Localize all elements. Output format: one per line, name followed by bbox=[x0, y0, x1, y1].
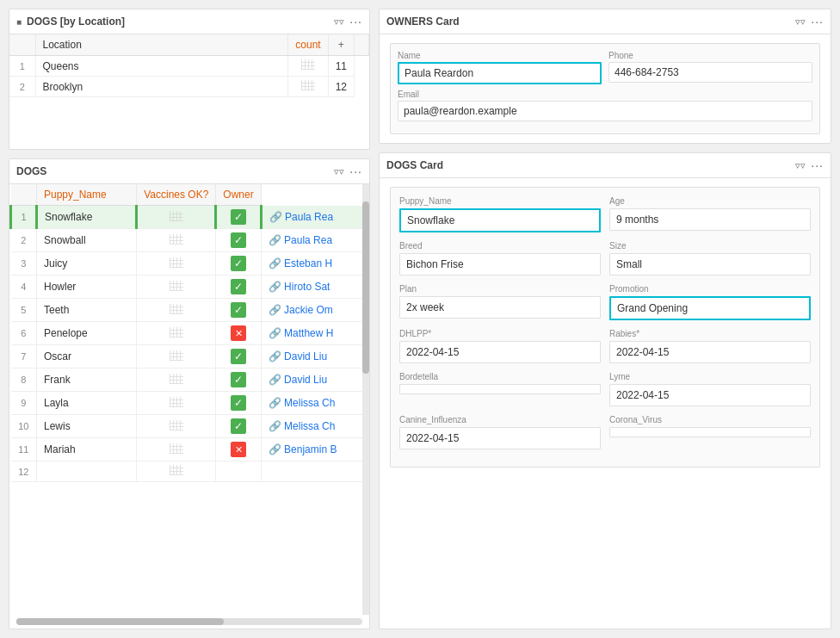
owner-cell: 🔗 Melissa Ch bbox=[261, 415, 368, 438]
grid-icon bbox=[170, 281, 183, 291]
row-num: 12 bbox=[11, 461, 37, 482]
dogs-more-icon[interactable]: ··· bbox=[349, 164, 362, 178]
check-icon: ✓ bbox=[231, 349, 246, 364]
dogs-card-more-icon[interactable]: ··· bbox=[811, 158, 824, 172]
owners-card-body: Name Paula Reardon Phone 446-684-2753 Em… bbox=[380, 34, 831, 143]
grid-icon bbox=[170, 234, 183, 245]
dogs-canine-label: Canine_Influenza bbox=[399, 415, 601, 424]
table-row[interactable]: 7 Oscar ✓ 🔗 David Liu bbox=[11, 345, 369, 369]
dogs-breed-value[interactable]: Bichon Frise bbox=[399, 253, 601, 276]
dogs-rabies-value[interactable]: 2022-04-15 bbox=[609, 341, 811, 363]
grid-icon bbox=[170, 374, 183, 384]
owner-name: Jackie Om bbox=[284, 304, 333, 316]
table-row[interactable]: 10 Lewis ✓ 🔗 Melissa Ch bbox=[11, 415, 369, 438]
owner-cell bbox=[261, 461, 368, 482]
owners-name-value[interactable]: Paula Reardon bbox=[398, 62, 602, 84]
owners-email-label: Email bbox=[398, 90, 812, 99]
owners-email-value[interactable]: paula@reardon.example bbox=[398, 101, 812, 121]
more-icon[interactable]: ··· bbox=[349, 15, 362, 28]
horizontal-scrollbar[interactable] bbox=[16, 618, 362, 625]
dogs-by-location-table: Location count + 1 Queens 11 2 Brooklyn bbox=[9, 34, 369, 97]
owner-cell: 🔗 Hiroto Sat bbox=[261, 276, 368, 299]
row-num: 6 bbox=[11, 322, 37, 345]
vertical-scrollbar[interactable] bbox=[362, 184, 369, 615]
location-cell: Queens bbox=[35, 56, 288, 77]
vaccine-cell: ✓ bbox=[216, 392, 261, 415]
dogs-card-title: DOGS Card bbox=[386, 159, 790, 171]
expand-icon[interactable]: ■ bbox=[16, 17, 22, 27]
dogs-size-field: Size Small bbox=[609, 241, 811, 276]
table-row[interactable]: 4 Howler ✓ 🔗 Hiroto Sat bbox=[11, 276, 369, 299]
puppy-name-cell: Teeth bbox=[37, 299, 137, 322]
table-row[interactable]: 1 Queens 11 bbox=[9, 56, 369, 77]
table-row[interactable]: 5 Teeth ✓ 🔗 Jackie Om bbox=[11, 299, 369, 322]
dogs-puppy-name-value[interactable]: Snowflake bbox=[399, 208, 601, 232]
table-row[interactable]: 11 Mariah ✕ 🔗 Benjamin B bbox=[11, 438, 369, 461]
dogs-by-location-title: DOGS [by Location] bbox=[27, 15, 329, 28]
table-row[interactable]: 6 Penelope ✕ 🔗 Matthew H bbox=[11, 322, 369, 345]
owners-phone-value[interactable]: 446-684-2753 bbox=[608, 62, 812, 83]
owner-name: David Liu bbox=[284, 350, 327, 362]
check-icon: ✓ bbox=[231, 209, 246, 225]
dogs-bordetella-field: Bordetella bbox=[399, 372, 601, 406]
dogs-promotion-value[interactable]: Grand Opening bbox=[609, 296, 811, 320]
dogs-card-filter-icon[interactable]: ▿▿ bbox=[795, 160, 806, 171]
dogs-by-location-table-container: Location count + 1 Queens 11 2 Brooklyn bbox=[9, 34, 369, 149]
link-icon: 🔗 bbox=[269, 327, 281, 339]
dogs-form: Puppy_Name Snowflake Age 9 months Breed … bbox=[390, 187, 820, 468]
col-header-num bbox=[9, 34, 35, 56]
dogs-puppy-name-label: Puppy_Name bbox=[399, 196, 601, 206]
table-row[interactable]: 3 Juicy ✓ 🔗 Esteban H bbox=[11, 252, 369, 276]
grid-icon-cell bbox=[137, 276, 216, 299]
owner-name: Esteban H bbox=[284, 257, 332, 269]
dogs-size-value[interactable]: Small bbox=[609, 253, 811, 276]
dogs-corona-value[interactable] bbox=[609, 427, 811, 437]
grid-icon-cell bbox=[137, 438, 216, 461]
grid-icon-cell bbox=[137, 415, 216, 438]
dogs-dhlpp-label: DHLPP* bbox=[399, 329, 601, 338]
vaccine-cell: ✓ bbox=[216, 206, 261, 229]
table-row[interactable]: 1 Snowflake ✓ 🔗 Paula Rea bbox=[11, 206, 369, 229]
table-row[interactable]: 12 bbox=[11, 461, 369, 482]
table-row[interactable]: 2 Snowball ✓ 🔗 Paula Rea bbox=[11, 229, 369, 252]
dogs-row-plan-promo: Plan 2x week Promotion Grand Opening bbox=[399, 284, 811, 320]
dogs-rabies-field: Rabies* 2022-04-15 bbox=[609, 329, 811, 363]
col-header-plus[interactable]: + bbox=[328, 34, 354, 56]
link-icon: 🔗 bbox=[269, 443, 281, 455]
owners-phone-field: Phone 446-684-2753 bbox=[608, 51, 812, 84]
grid-icon bbox=[170, 420, 183, 430]
link-icon: 🔗 bbox=[269, 257, 281, 269]
count-cell: 11 bbox=[328, 56, 354, 77]
owners-phone-label: Phone bbox=[608, 51, 812, 60]
owners-card-header: OWNERS Card ▿▿ ··· bbox=[380, 9, 831, 34]
vaccine-cell: ✕ bbox=[216, 438, 261, 461]
owner-cell: 🔗 Jackie Om bbox=[261, 299, 368, 322]
row-num: 9 bbox=[11, 392, 37, 415]
dogs-bordetella-value[interactable] bbox=[399, 384, 601, 394]
puppy-name-cell: Lewis bbox=[37, 415, 137, 438]
dogs-lyme-value[interactable]: 2022-04-15 bbox=[609, 384, 811, 406]
owner-cell: 🔗 David Liu bbox=[261, 345, 368, 369]
grid-icon-cell bbox=[137, 322, 216, 345]
grid-icon-cell bbox=[137, 369, 216, 392]
dogs-filter-icon[interactable]: ▿▿ bbox=[334, 166, 344, 177]
dogs-panel: DOGS ▿▿ ··· Puppy_Name Vaccines OK? Owne… bbox=[9, 158, 370, 629]
dogs-dhlpp-value[interactable]: 2022-04-15 bbox=[399, 341, 601, 363]
table-row[interactable]: 8 Frank ✓ 🔗 David Liu bbox=[11, 369, 369, 392]
puppy-name-cell: Frank bbox=[37, 369, 137, 392]
dogs-canine-value[interactable]: 2022-04-15 bbox=[399, 427, 601, 449]
owners-filter-icon[interactable]: ▿▿ bbox=[795, 16, 806, 28]
check-icon: ✓ bbox=[231, 372, 246, 387]
dogs-age-value[interactable]: 9 months bbox=[609, 208, 811, 231]
owners-more-icon[interactable]: ··· bbox=[811, 15, 824, 28]
table-row[interactable]: 9 Layla ✓ 🔗 Melissa Ch bbox=[11, 392, 369, 415]
vaccine-cell: ✓ bbox=[216, 415, 261, 438]
grid-icon-cell bbox=[288, 77, 328, 97]
table-row[interactable]: 2 Brooklyn 12 bbox=[9, 77, 369, 97]
owners-row-name-phone: Name Paula Reardon Phone 446-684-2753 bbox=[398, 51, 812, 84]
dogs-plan-value[interactable]: 2x week bbox=[399, 296, 601, 319]
filter-icon[interactable]: ▿▿ bbox=[334, 16, 344, 28]
owners-card-panel: OWNERS Card ▿▿ ··· Name Paula Reardon Ph… bbox=[379, 9, 831, 144]
puppy-name-cell: Penelope bbox=[37, 322, 137, 345]
dogs-breed-field: Breed Bichon Frise bbox=[399, 241, 601, 276]
